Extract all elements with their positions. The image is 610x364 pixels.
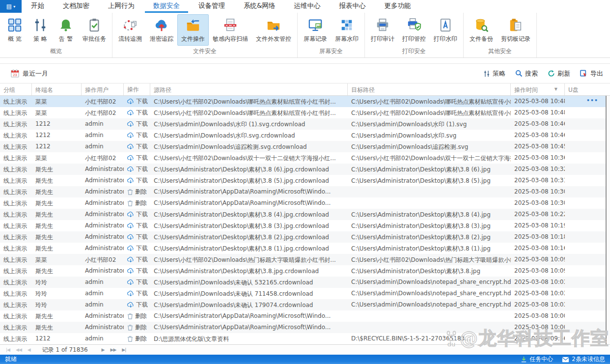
table-row[interactable]: 线上演示 玲玲 admin 下载 C:\Users\admin\Download… <box>0 299 610 310</box>
ribbon-item-print-audit[interactable]: 打印审计 <box>367 14 398 46</box>
download-cloud-icon <box>127 256 134 263</box>
prev-record-button[interactable]: ◀ <box>25 347 33 352</box>
policy-sliders-icon <box>483 70 490 77</box>
download-cloud-icon <box>127 121 134 127</box>
tab-web-behavior[interactable]: 上网行为 <box>100 0 143 13</box>
ribbon-band: 概 览 策 略 告 警 <box>0 13 610 57</box>
print-watermark-icon <box>438 17 453 33</box>
print-control-shield-icon <box>407 17 421 33</box>
ribbon-item-file-backup[interactable]: 文件备份 <box>466 14 497 46</box>
table-row[interactable]: 线上演示 斯先生 Administrator 下载 C:\Users\Admin… <box>0 175 610 186</box>
ribbon-item-leak-tracking[interactable]: 泄密追踪 <box>146 14 177 46</box>
calendar-23-icon: 23 <box>11 69 19 78</box>
export-button[interactable]: 导出 <box>580 69 603 78</box>
table-row[interactable]: 线上演示 斯先生 Administrator 删除 C:\Users\Admin… <box>0 310 610 322</box>
column-header-terminal[interactable]: 终端名 <box>32 84 82 95</box>
download-cloud-icon <box>127 290 134 297</box>
policy-button[interactable]: 策略 <box>483 69 505 78</box>
column-header-target-path[interactable]: 目标路径 <box>348 84 511 95</box>
scrollbar-thumb[interactable] <box>606 96 607 344</box>
ribbon-item-file-outgoing[interactable]: 文件外发管控 <box>252 14 295 46</box>
table-row[interactable]: 线上演示 斯先生 Administrator 删除 C:\Users\Admin… <box>0 322 610 333</box>
table-row[interactable]: 线上演示 斯先生 Administrator 下载 C:\Users\Admin… <box>0 164 610 175</box>
search-button[interactable]: 搜索 <box>515 69 538 78</box>
table-row[interactable]: 线上演示 1212 admin 删除 D:\思源黑体优化版\文章资料 D:\$R… <box>0 333 610 344</box>
status-bar: 就绪 任务中心 2条未读信息 <box>0 355 610 364</box>
envelope-icon <box>562 357 569 363</box>
status-ready-label: 就绪 <box>5 355 17 364</box>
table-row[interactable]: 线上演示 斯先生 Administrator 下载 C:\Users\Admin… <box>0 265 610 277</box>
column-header-operation[interactable]: 操作 <box>124 84 150 95</box>
app-menu-icon: ▤ <box>6 3 12 10</box>
column-header-time[interactable]: 操作时间▼ <box>511 84 565 95</box>
ribbon-item-clipboard-record[interactable]: 剪切板记录 <box>497 14 534 46</box>
table-row[interactable]: 线上演示 斯先生 Administrator 删除 C:\Users\Admin… <box>0 197 610 209</box>
column-header-usb[interactable]: U盘 <box>565 84 604 95</box>
tab-more[interactable]: 更多功能 <box>376 0 419 13</box>
tab-ops-center[interactable]: 运维中心 <box>286 0 329 13</box>
export-icon <box>580 70 588 77</box>
table-row[interactable]: 线上演示 菜菜 小红书部02 下载 C:\Users\小红书部02\Downlo… <box>0 152 610 164</box>
tab-report-center[interactable]: 报表中心 <box>331 0 374 13</box>
column-header-source-path[interactable]: 源路径 <box>150 84 348 95</box>
ribbon-group-overview: 概 览 策 略 告 警 <box>0 13 112 57</box>
next-record-button[interactable]: ▶ <box>99 347 108 352</box>
table-row[interactable]: 线上演示 1212 admin 下载 C:\Users\admin\Downlo… <box>0 130 610 141</box>
ribbon-item-alerts[interactable]: 告 警 <box>53 14 79 46</box>
table-row[interactable]: 线上演示 1212 admin 下载 C:\Users\admin\Downlo… <box>0 118 610 130</box>
table-row[interactable]: 线上演示 菜菜 小红书部02 下载 C:\Users\小红书部02\Downlo… <box>0 96 610 107</box>
tab-start[interactable]: 开始 <box>23 0 53 13</box>
download-cloud-icon <box>127 132 134 139</box>
table-row[interactable]: 线上演示 斯先生 Administrator 删除 C:\Users\Admin… <box>0 186 610 197</box>
file-operations-folder-icon <box>186 17 200 33</box>
download-cloud-icon <box>127 268 134 274</box>
first-record-button[interactable]: |◀ <box>3 347 13 352</box>
ribbon-item-policy[interactable]: 策 略 <box>28 14 53 46</box>
table-row[interactable]: 线上演示 菜菜 小红书部02 下载 C:\Users\小红书部02\Downlo… <box>0 107 610 118</box>
table-row[interactable]: 线上演示 斯先生 Administrator 下载 C:\Users\Admin… <box>0 220 610 231</box>
approval-clipboard-icon <box>87 17 102 33</box>
table-row[interactable]: 线上演示 玲玲 admin 下载 C:\Users\admin\Download… <box>0 277 610 288</box>
tab-doc-encrypt[interactable]: 文档加密 <box>55 0 98 13</box>
download-cloud-icon <box>127 302 134 308</box>
time-filter-caret[interactable]: ▼ <box>555 87 557 91</box>
table-row[interactable]: 线上演示 斯先生 Administrator 下载 C:\Users\Admin… <box>0 231 610 243</box>
ribbon-item-trace-flow[interactable]: 流转追溯 <box>114 14 146 46</box>
download-cloud-icon <box>127 234 134 240</box>
app-menu-button[interactable]: ▤▾ <box>0 0 22 13</box>
unread-messages-button[interactable]: 2条未读信息 <box>562 355 605 364</box>
refresh-icon <box>548 70 555 77</box>
row-actions-button[interactable]: ••• <box>586 97 598 104</box>
tab-system-network[interactable]: 系统&网络 <box>235 0 284 13</box>
chevron-down-icon: ▾ <box>13 4 15 9</box>
trace-flow-icon <box>123 17 138 33</box>
ribbon-item-print-control[interactable]: 打印管控 <box>398 14 430 46</box>
refresh-button[interactable]: 刷新 <box>548 69 570 78</box>
ribbon-item-sensitive-scan[interactable]: 敏感内容扫描 <box>209 14 252 46</box>
prev-page-button[interactable]: ◀◀ <box>13 347 25 352</box>
tab-device-mgmt[interactable]: 设备管理 <box>190 0 233 13</box>
table-row[interactable]: 线上演示 斯先生 Administrator 下载 C:\Users\Admin… <box>0 243 610 254</box>
column-header-user[interactable]: 操作用户 <box>82 84 124 95</box>
clipboard-record-icon <box>508 17 523 33</box>
table-row[interactable]: 线上演示 1212 admin 下载 C:\Users\admin\Downlo… <box>0 141 610 152</box>
date-range-filter[interactable]: 23 最近一月 <box>11 69 48 78</box>
table-row[interactable]: 线上演示 菜菜 小红书部02 下载 C:\Users\小红书部02\Downlo… <box>0 254 610 265</box>
ribbon-item-screen-record[interactable]: 屏幕记录 <box>300 14 331 46</box>
ribbon-item-screen-watermark[interactable]: 屏幕水印 <box>331 14 362 46</box>
next-page-button[interactable]: ▶▶ <box>107 347 119 352</box>
trash-icon <box>127 313 133 319</box>
download-cloud-icon <box>127 143 134 150</box>
table-row[interactable]: 线上演示 斯先生 Administrator 下载 C:\Users\Admin… <box>0 209 610 220</box>
tab-data-security[interactable]: 数据安全 <box>145 0 188 13</box>
task-center-button[interactable]: 任务中心 <box>521 355 553 364</box>
trash-icon <box>127 336 133 342</box>
ribbon-item-file-operations[interactable]: 文件操作 <box>177 14 209 46</box>
last-record-button[interactable]: ▶| <box>119 347 129 352</box>
ribbon-item-overview[interactable]: 概 览 <box>2 14 28 46</box>
ribbon-item-print-watermark[interactable]: 打印水印 <box>430 14 461 46</box>
column-header-group[interactable]: 分组 <box>0 84 32 95</box>
ribbon-item-approval-tasks[interactable]: 审批任务 <box>79 14 110 46</box>
table-row[interactable]: 线上演示 玲玲 admin 下载 C:\Users\admin\Download… <box>0 288 610 299</box>
table-body: 线上演示 菜菜 小红书部02 下载 C:\Users\小红书部02\Downlo… <box>0 96 610 344</box>
